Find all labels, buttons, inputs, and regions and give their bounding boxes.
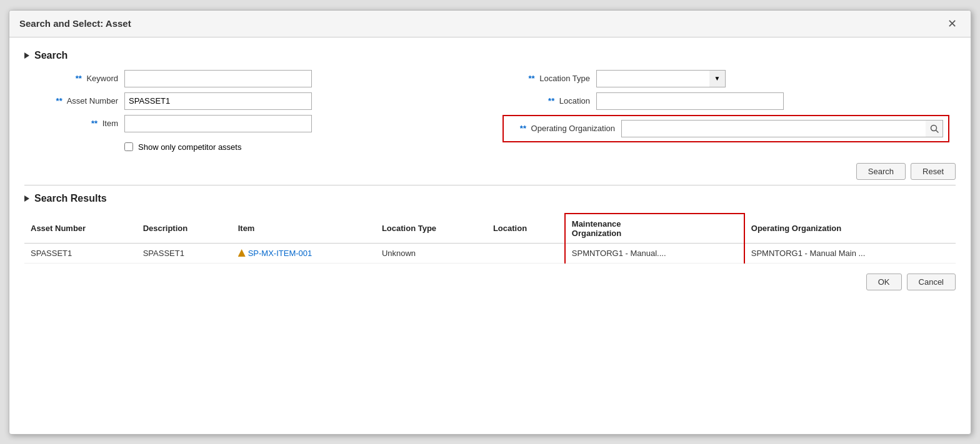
competitor-label: Show only competitor assets (138, 142, 241, 152)
asset-number-required: ** (56, 96, 62, 106)
close-button[interactable]: ✕ (944, 17, 961, 31)
cell-maintenance-org: SPMNTORG1 - Manual.... (565, 243, 744, 263)
item-row: ** Item (31, 115, 478, 132)
section-divider (24, 185, 956, 185)
results-table-header-row: Asset Number Description Item Location T… (24, 214, 956, 244)
col-header-location: Location (487, 214, 565, 244)
operating-org-required: ** (520, 124, 526, 133)
competitor-checkbox[interactable] (124, 142, 133, 151)
location-required: ** (548, 96, 554, 106)
location-label: ** Location (502, 96, 590, 106)
results-section-header: Search Results (24, 193, 956, 204)
table-row[interactable]: SPASSET1 SPASSET1 SP-MX-ITEM-001 Unknown… (24, 243, 956, 263)
search-select-dialog: Search and Select: Asset ✕ Search ** Key… (9, 10, 971, 435)
col-header-item: Item (232, 214, 376, 244)
cell-location-type: Unknown (376, 243, 487, 263)
dialog-titlebar: Search and Select: Asset ✕ (9, 11, 971, 37)
asset-number-row: ** Asset Number (31, 92, 478, 110)
col-header-operating-org: Operating Organization (744, 214, 956, 244)
cell-operating-org: SPMNTORG1 - Manual Main ... (744, 243, 956, 263)
reset-button[interactable]: Reset (911, 163, 956, 180)
dialog-body: Search ** Keyword ** Asset Number (9, 37, 971, 307)
ok-button[interactable]: OK (866, 274, 902, 290)
location-type-row: ** Location Type ▼ (502, 70, 949, 87)
results-section-title: Search Results (34, 193, 107, 204)
operating-org-input[interactable] (621, 120, 926, 137)
cell-asset-number: SPASSET1 (24, 243, 137, 263)
keyword-required: ** (76, 74, 82, 83)
search-section-triangle (24, 52, 29, 59)
bottom-buttons: OK Cancel (24, 274, 956, 297)
search-button[interactable]: Search (856, 163, 906, 180)
location-type-wrapper: ▼ (596, 70, 726, 87)
keyword-row: ** Keyword (31, 70, 478, 87)
location-row: ** Location (502, 92, 949, 110)
cell-location (487, 243, 565, 263)
col-header-maintenance-org: MaintenanceOrganization (565, 214, 744, 244)
col-header-description: Description (137, 214, 232, 244)
results-table: Asset Number Description Item Location T… (24, 213, 956, 264)
results-table-body: SPASSET1 SPASSET1 SP-MX-ITEM-001 Unknown… (24, 243, 956, 263)
competitor-checkbox-row: Show only competitor assets (124, 142, 478, 152)
cancel-button[interactable]: Cancel (907, 274, 956, 290)
location-type-dropdown-btn[interactable]: ▼ (709, 70, 726, 87)
search-section-header: Search (24, 50, 956, 61)
operating-org-search-btn[interactable] (926, 120, 943, 137)
keyword-input[interactable] (124, 70, 312, 87)
cell-item: SP-MX-ITEM-001 (232, 243, 376, 263)
location-type-input[interactable] (596, 70, 709, 87)
operating-org-row: ** Operating Organization (502, 115, 949, 142)
asset-number-input[interactable] (124, 92, 312, 110)
item-triangle-icon (238, 249, 246, 257)
keyword-label: ** Keyword (31, 74, 118, 83)
item-link[interactable]: SP-MX-ITEM-001 (238, 249, 369, 258)
item-required: ** (91, 119, 98, 128)
item-label: ** Item (31, 119, 118, 128)
svg-line-1 (936, 130, 938, 132)
operating-org-input-wrapper (621, 120, 943, 137)
search-icon (930, 124, 939, 133)
dropdown-arrow-icon: ▼ (714, 75, 721, 82)
dialog-title: Search and Select: Asset (19, 18, 131, 29)
search-section-title: Search (34, 50, 68, 61)
results-table-head: Asset Number Description Item Location T… (24, 214, 956, 244)
col-header-asset-number: Asset Number (24, 214, 137, 244)
results-section: Search Results Asset Number Description … (24, 193, 956, 264)
operating-org-label: ** Operating Organization (509, 124, 615, 133)
col-header-location-type: Location Type (376, 214, 487, 244)
item-input[interactable] (124, 115, 312, 132)
cell-description: SPASSET1 (137, 243, 232, 263)
location-input[interactable] (596, 92, 784, 110)
location-type-required: ** (529, 74, 535, 83)
results-section-triangle (24, 195, 29, 202)
asset-number-label: ** Asset Number (31, 96, 118, 106)
search-action-buttons: Search Reset (24, 163, 956, 180)
location-type-label: ** Location Type (502, 74, 590, 83)
